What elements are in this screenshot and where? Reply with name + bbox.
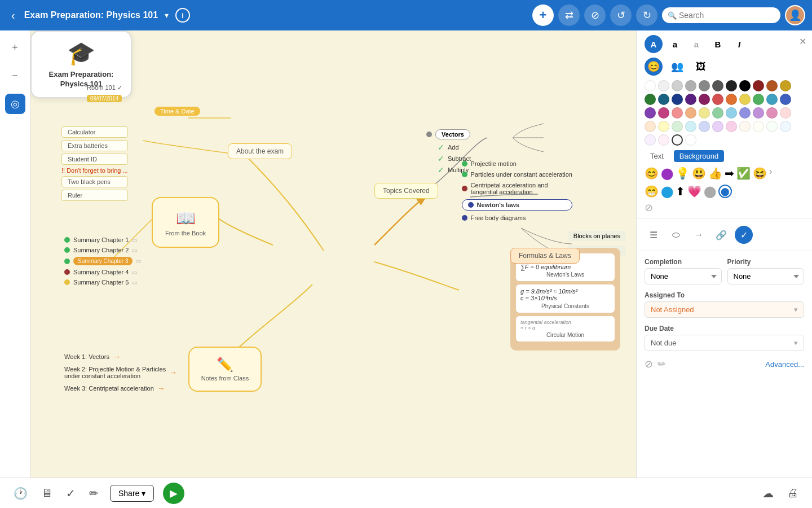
no-color-icon[interactable]: ⊘ [645, 202, 653, 213]
color-swatch-10[interactable] [780, 80, 791, 91]
color-swatch-17[interactable] [726, 94, 737, 105]
color-swatch-46[interactable] [672, 134, 683, 146]
color-swatch-21[interactable] [780, 94, 791, 105]
supply-batteries[interactable]: Extra batteries [61, 140, 128, 151]
formulas-branch[interactable]: Formulas & Laws [510, 248, 580, 264]
topic-centripetal[interactable]: Centripetal acceleration andtangential a… [462, 182, 572, 195]
arrow-tool[interactable]: → [690, 226, 708, 244]
chapter-3-active[interactable]: Summary Chapter 3 ▭ [64, 257, 141, 265]
color-swatch-4[interactable] [699, 80, 710, 91]
redo-button[interactable]: ↻ [636, 5, 657, 26]
color-swatch-12[interactable] [658, 94, 669, 105]
color-swatch-40[interactable] [739, 121, 751, 132]
color-swatch-29[interactable] [739, 107, 751, 119]
title-dropdown[interactable]: ▾ [165, 11, 169, 20]
color-swatch-16[interactable] [712, 94, 723, 105]
emoji-blue-circle[interactable]: ⬤ [661, 185, 673, 198]
no-color-bottom-icon[interactable]: ⊘ [645, 358, 653, 370]
zoom-in-button[interactable]: + [5, 37, 25, 58]
color-swatch-33[interactable] [645, 121, 656, 132]
chapter-2[interactable]: Summary Chapter 2 ▭ [64, 247, 141, 253]
shape-tool[interactable]: ⬭ [667, 226, 685, 244]
subtopic-blocks[interactable]: Blocks on planes [568, 231, 626, 241]
search-input[interactable] [662, 7, 780, 23]
chapter-4[interactable]: Summary Chapter 4 ▭ [64, 269, 141, 275]
color-swatch-0[interactable] [645, 80, 656, 91]
notes-from-class-node[interactable]: ✏️ Notes from Class [188, 347, 262, 392]
emoji-thumbsup[interactable]: 👍 [708, 167, 722, 180]
emoji-laugh[interactable]: 😆 [753, 167, 767, 180]
color-swatch-30[interactable] [753, 107, 764, 119]
color-swatch-7[interactable] [739, 80, 751, 91]
check-button[interactable]: ✓ [64, 484, 78, 502]
back-button[interactable]: ‹ [7, 7, 20, 24]
color-swatch-36[interactable] [685, 121, 696, 132]
emoji-smile[interactable]: 😊 [645, 167, 659, 180]
color-swatch-9[interactable] [766, 80, 778, 91]
due-date-dropdown[interactable]: Not due ▾ [645, 335, 804, 351]
link-tool[interactable]: 🔗 [712, 226, 730, 244]
confirm-tool[interactable]: ✓ [735, 226, 753, 244]
emoji-check-circle[interactable]: ✅ [736, 167, 751, 180]
topic-projectile[interactable]: Projectile motion [462, 160, 572, 167]
color-swatch-14[interactable] [685, 94, 696, 105]
color-swatch-32[interactable] [780, 107, 791, 119]
color-swatch-27[interactable] [712, 107, 723, 119]
undo-button[interactable]: ↺ [610, 5, 632, 26]
align-tool[interactable]: ☰ [645, 226, 663, 244]
not-assigned-dropdown[interactable]: Not Assigned ▾ [645, 301, 804, 318]
color-swatch-26[interactable] [699, 107, 710, 119]
color-swatch-22[interactable] [645, 107, 656, 119]
completion-select[interactable]: None [645, 268, 722, 284]
color-swatch-15[interactable] [699, 94, 710, 105]
chapter-5[interactable]: Summary Chapter 5 ▭ [64, 279, 141, 286]
about-exam-branch[interactable]: About the exam [228, 143, 292, 159]
edit-icon[interactable]: ✏ [657, 358, 666, 370]
print-button[interactable]: 🖨 [785, 484, 801, 502]
emoji-arrow-next[interactable]: › [769, 167, 772, 180]
supply-ruler[interactable]: Ruler [61, 190, 128, 201]
color-swatch-20[interactable] [766, 94, 778, 105]
color-swatch-8[interactable] [753, 80, 764, 91]
block-button[interactable]: ⊘ [584, 5, 606, 26]
panel-close-button[interactable]: ✕ [799, 36, 806, 47]
color-swatch-34[interactable] [658, 121, 669, 132]
supply-calculator[interactable]: Calculator [61, 126, 128, 138]
tab-text[interactable]: Text [645, 150, 669, 162]
color-swatch-6[interactable] [726, 80, 737, 91]
color-swatch-31[interactable] [766, 107, 778, 119]
emoji-big-grin[interactable]: 😁 [645, 185, 659, 198]
emoji-lightbulb[interactable]: 💡 [676, 167, 690, 180]
date-tag[interactable]: 09/07/2014 [87, 95, 122, 102]
zoom-out-button[interactable]: − [5, 65, 25, 86]
people-icon[interactable]: 👥 [668, 58, 686, 76]
color-swatch-23[interactable] [658, 107, 669, 119]
color-swatch-25[interactable] [685, 107, 696, 119]
user-avatar[interactable]: 👤 [785, 5, 805, 25]
chapter-1[interactable]: Summary Chapter 1 ▭ [64, 237, 141, 243]
color-swatch-2[interactable] [672, 80, 683, 91]
supply-pens[interactable]: Two black pens [61, 176, 128, 187]
tab-background[interactable]: Background [674, 150, 724, 162]
topic-particles[interactable]: Particles under constant acceleration [462, 171, 572, 178]
play-button[interactable]: ▶ [163, 483, 184, 504]
emoji-gray-circle[interactable]: ⬤ [704, 185, 716, 198]
emoji-purple-circle[interactable]: ⬤ [661, 167, 673, 180]
emoji-arrow-up[interactable]: ⬆ [676, 185, 685, 198]
topic-free-body[interactable]: Free body diagrams [462, 214, 572, 221]
cloud-button[interactable]: ☁ [760, 484, 776, 502]
color-swatch-3[interactable] [685, 80, 696, 91]
color-swatch-24[interactable] [672, 107, 683, 119]
info-button[interactable]: i [175, 8, 190, 23]
vectors-label[interactable]: Vectors [435, 129, 470, 139]
color-swatch-13[interactable] [672, 94, 683, 105]
topic-newton[interactable]: Newton's laws [462, 199, 572, 211]
topics-covered-branch[interactable]: Topics Covered [374, 183, 438, 199]
emoji-grin[interactable]: 😃 [692, 167, 706, 180]
advanced-link[interactable]: Advanced... [765, 360, 804, 369]
collab-button[interactable]: ⇄ [558, 5, 580, 26]
time-tag[interactable]: Time & Date [155, 107, 200, 116]
fit-view-button[interactable]: ◎ [5, 94, 25, 114]
color-swatch-1[interactable] [658, 80, 669, 91]
color-swatch-41[interactable] [753, 121, 764, 132]
